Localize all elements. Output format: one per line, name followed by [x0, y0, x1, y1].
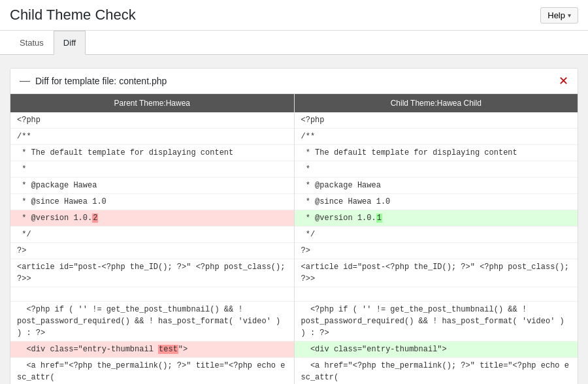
inline-diff: test [158, 345, 178, 354]
tab-diff[interactable]: Diff [54, 31, 86, 55]
diff-line: <?php [10, 112, 294, 129]
diff-line: <?php [295, 112, 578, 129]
diff-line-empty [295, 287, 578, 302]
diff-line: * @since Hawea 1.0 [295, 194, 578, 210]
diff-line: ?> [295, 243, 578, 259]
app-header: Child Theme Check Help ▾ [0, 0, 588, 31]
diff-body: Parent Theme:Hawea <?php /** * The defau… [10, 94, 578, 384]
diff-line: * @package Hawea [295, 178, 578, 194]
tab-status[interactable]: Status [10, 31, 54, 55]
diff-line-long: <?php if ( '' != get_the_post_thumbnail(… [295, 302, 578, 342]
diff-line: */ [10, 227, 294, 243]
main-content: — Diff for template file: content.php ✕ … [0, 55, 588, 384]
child-diff-lines: <?php /** * The default template for dis… [295, 112, 578, 384]
collapse-icon[interactable]: — [20, 75, 30, 87]
diff-line: ?> [10, 243, 294, 259]
diff-card-title-text: Diff for template file: content.php [35, 76, 167, 86]
diff-line: * @since Hawea 1.0 [10, 194, 294, 210]
help-label: Help [547, 10, 565, 20]
diff-line-long: <?php if ( '' != get_the_post_thumbnail(… [10, 302, 294, 342]
parent-diff-lines: <?php /** * The default template for dis… [10, 112, 294, 384]
tabs-bar: Status Diff [0, 31, 588, 55]
diff-line: /** [295, 129, 578, 145]
inline-diff: 2 [92, 214, 98, 223]
diff-line-long2: <a href="<?php the_permalink(); ?>" titl… [10, 358, 294, 384]
inline-diff: 1 [376, 214, 382, 223]
diff-line: */ [295, 227, 578, 243]
diff-line: /** [10, 129, 294, 145]
help-button[interactable]: Help ▾ [540, 7, 578, 24]
diff-line-changed2: <div class="entry-thumbnail"> [295, 342, 578, 358]
diff-line: * [10, 161, 294, 178]
diff-line-changed: * @version 1.0.1 [295, 210, 578, 227]
diff-col-parent: Parent Theme:Hawea <?php /** * The defau… [10, 94, 295, 384]
diff-line: * The default template for displaying co… [10, 145, 294, 161]
child-theme-header: Child Theme:Hawea Child [295, 94, 578, 112]
chevron-down-icon: ▾ [568, 12, 571, 19]
diff-line: <article id="post-<?php the_ID(); ?>" <?… [10, 259, 294, 287]
diff-line-changed: * @version 1.0.2 [10, 210, 294, 227]
diff-card-header: — Diff for template file: content.php ✕ [10, 69, 578, 94]
diff-col-child: Child Theme:Hawea Child <?php /** * The … [295, 94, 578, 384]
close-icon[interactable]: ✕ [559, 75, 568, 87]
parent-theme-header: Parent Theme:Hawea [10, 94, 294, 112]
diff-line-changed2: <div class="entry-thumbnail test"> [10, 342, 294, 358]
diff-line: <article id="post-<?php the_ID(); ?>" <?… [295, 259, 578, 287]
diff-line: * @package Hawea [10, 178, 294, 194]
page-title: Child Theme Check [10, 7, 136, 24]
diff-line-long2: <a href="<?php the_permalink(); ?>" titl… [295, 358, 578, 384]
diff-card: — Diff for template file: content.php ✕ … [10, 68, 578, 384]
diff-card-title: — Diff for template file: content.php [20, 75, 167, 87]
diff-line-empty [10, 287, 294, 302]
diff-line: * [295, 161, 578, 178]
diff-line: * The default template for displaying co… [295, 145, 578, 161]
